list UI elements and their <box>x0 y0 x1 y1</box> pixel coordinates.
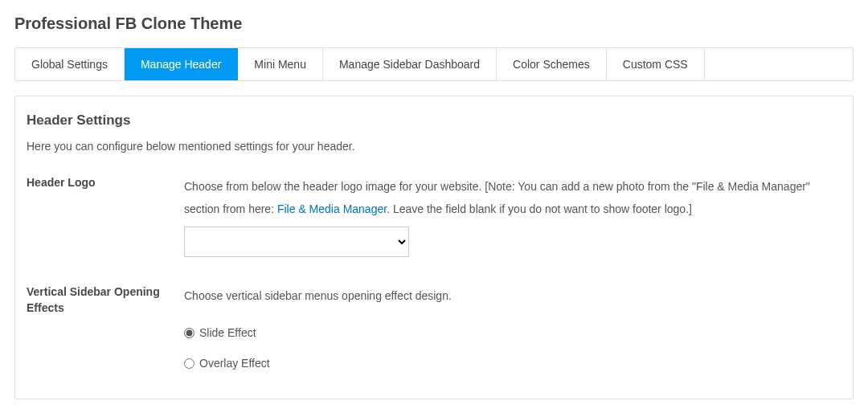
label-sidebar-effects: Vertical Sidebar Opening Effects <box>27 284 184 316</box>
sidebar-effects-radio-group: Slide Effect Overlay Effect <box>184 321 841 374</box>
file-media-manager-link[interactable]: File & Media Manager <box>277 202 387 215</box>
radio-line-slide[interactable]: Slide Effect <box>184 321 841 344</box>
header-logo-desc-after: . Leave the field blank if you do not wa… <box>387 202 692 215</box>
tab-custom-css[interactable]: Custom CSS <box>607 48 705 80</box>
field-header-logo: Choose from below the header logo image … <box>184 175 841 257</box>
page-title: Professional FB Clone Theme <box>14 14 854 33</box>
radio-overlay-effect[interactable] <box>184 358 194 369</box>
tab-bar: Global Settings Manage Header Mini Menu … <box>14 47 854 81</box>
radio-slide-label: Slide Effect <box>199 321 256 344</box>
field-sidebar-effects: Choose vertical sidebar menus opening ef… <box>184 284 841 382</box>
radio-line-overlay[interactable]: Overlay Effect <box>184 352 841 374</box>
tab-manage-header[interactable]: Manage Header <box>125 48 238 80</box>
radio-slide-effect[interactable] <box>184 328 194 338</box>
header-logo-select[interactable] <box>184 227 409 257</box>
tab-color-schemes[interactable]: Color Schemes <box>497 48 607 80</box>
tab-mini-menu[interactable]: Mini Menu <box>238 48 323 80</box>
sidebar-effects-desc: Choose vertical sidebar menus opening ef… <box>184 289 452 302</box>
section-description: Here you can configure below mentioned s… <box>27 140 841 153</box>
row-header-logo: Header Logo Choose from below the header… <box>27 175 841 257</box>
tab-spacer <box>705 48 853 80</box>
radio-overlay-label: Overlay Effect <box>199 352 270 374</box>
settings-panel: Header Settings Here you can configure b… <box>14 96 854 399</box>
section-title: Header Settings <box>27 112 841 129</box>
tab-global-settings[interactable]: Global Settings <box>15 48 125 80</box>
tab-manage-sidebar[interactable]: Manage Sidebar Dashboard <box>323 48 497 80</box>
row-sidebar-effects: Vertical Sidebar Opening Effects Choose … <box>27 284 841 382</box>
label-header-logo: Header Logo <box>27 175 184 191</box>
